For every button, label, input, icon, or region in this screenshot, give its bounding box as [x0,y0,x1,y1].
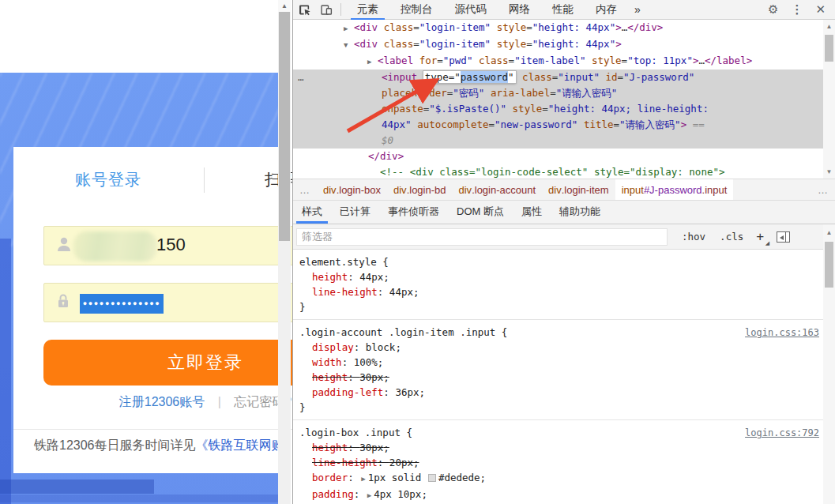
expand-shorthand-icon[interactable]: ▶ [367,491,371,499]
styles-scrollbar[interactable]: ▲ [823,224,835,504]
style-rule-1: login.css:163.login-account .login-item … [293,320,835,420]
toggle-class-button[interactable]: .cls [720,231,743,243]
password-masked-text: ●●●●●●●●●●●●●● [83,300,161,307]
devtools-tab-2[interactable]: 源代码 [444,0,498,20]
css-property-height[interactable]: height: 30px; [299,370,816,385]
toolbar-separator [340,3,341,16]
tab-account-login[interactable]: 账号登录 [75,169,141,190]
login-button[interactable]: 立即登录 [43,340,292,386]
password-field[interactable]: ●●●●●●●●●●●●●● [43,283,292,322]
username-field[interactable]: 150 [43,226,292,265]
styles-filter-bar: :hov .cls +◢ [293,224,835,250]
breadcrumb: …div.login-boxdiv.login-bddiv.login-acco… [293,179,835,201]
rule-selector[interactable]: element.style { [299,254,816,269]
toggle-sidebar-icon[interactable] [777,231,790,243]
page-scrollbar-thumb[interactable] [279,12,290,241]
more-tabs-button[interactable]: » [628,0,647,19]
login-card: 账号登录 扫码登录 150 ●●●●●●●●●●●●●● 立即登录 [13,147,292,473]
password-selection-highlight: ●●●●●●●●●●●●●● [80,294,164,314]
sidebar-tab-0[interactable]: 样式 [293,201,331,224]
elements-scroll-down-icon[interactable]: ▼ [823,167,835,177]
attribute-edit-box[interactable]: type="password" [423,71,516,83]
rule-selector[interactable]: .login-box .input { [299,425,816,440]
tree-row[interactable]: ▼<div class="login-item" style="height: … [293,36,835,53]
tree-row[interactable]: ▶<div class="login-item" style="height: … [293,20,835,36]
breadcrumb-item-1[interactable]: div.login-bd [387,179,453,200]
devtools-panel: 元素控制台源代码网络性能内存 » ⚙ ⋮ ✕ ▶<div class="logi… [292,0,835,504]
sidebar-tab-2[interactable]: 事件侦听器 [379,201,448,224]
device-toolbar-icon[interactable] [315,0,337,19]
elements-scrollbar-thumb[interactable] [825,35,833,62]
twisty-icon[interactable]: ▼ [344,37,354,53]
banner-dark-strip [0,239,11,504]
css-property-line-height[interactable]: line-height: 20px; [299,455,816,470]
rule-selector[interactable]: .login-account .login-item .input { [299,325,816,340]
inspect-element-icon[interactable] [293,0,315,19]
breadcrumb-item-4[interactable]: input#J-password.input [615,179,734,200]
breadcrumb-item-2[interactable]: div.login-account [453,179,543,200]
devtools-tabs: 元素控制台源代码网络性能内存 [346,0,628,20]
tree-row-selected[interactable]: …<input type="password" class="input" id… [293,70,835,149]
devtools-tab-4[interactable]: 性能 [541,0,585,20]
devtools-tab-5[interactable]: 内存 [585,0,628,20]
banner-dark-band-2 [0,495,278,502]
browser-page: 账号登录 扫码登录 150 ●●●●●●●●●●●●●● 立即登录 [0,0,292,504]
sidebar-tab-1[interactable]: 已计算 [331,201,379,224]
styles-filter-input[interactable] [296,228,668,246]
sidebar-tab-5[interactable]: 辅助功能 [551,201,609,224]
username-redacted-blur [73,231,157,261]
settings-gear-icon[interactable]: ⚙ [762,2,784,17]
css-property-height[interactable]: height: 30px; [299,440,816,455]
tree-row[interactable]: </div> [293,149,835,164]
breadcrumb-overflow-left[interactable]: … [293,179,317,200]
tree-row[interactable]: <!-- <div class="login-code-select" styl… [293,164,835,179]
rule-closing-brace: } [299,400,816,415]
screenshot-stage: 账号登录 扫码登录 150 ●●●●●●●●●●●●●● 立即登录 [0,0,835,504]
sidebar-tab-3[interactable]: DOM 断点 [448,201,513,224]
twisty-icon[interactable]: ▶ [344,21,354,36]
new-rule-caret-icon: ◢ [765,240,769,246]
styles-scroll-up-icon[interactable]: ▲ [823,228,835,238]
sidebar-tab-4[interactable]: 属性 [513,201,551,224]
breadcrumb-item-3[interactable]: div.login-item [542,179,615,200]
username-visible-digits: 150 [156,235,186,255]
page-scrollbar[interactable]: ▲ [278,0,291,504]
elements-scroll-up-icon[interactable]: ▲ [823,21,835,32]
service-agreement-link[interactable]: 《铁路互联网购 [196,438,284,452]
expand-shorthand-icon[interactable]: ▶ [361,475,365,483]
tab-divider [204,167,205,193]
color-swatch[interactable] [428,474,436,482]
css-property-width[interactable]: width: 100%; [299,355,816,370]
banner-dark-band [0,480,154,494]
card-divider [13,429,292,430]
css-property-line-height[interactable]: line-height: 44px; [299,284,816,299]
css-property-padding[interactable]: padding: ▶4px 10px; [299,487,816,502]
devtools-tab-1[interactable]: 控制台 [389,0,444,20]
twisty-icon[interactable]: ▶ [367,54,378,70]
devtools-toolbar: 元素控制台源代码网络性能内存 » ⚙ ⋮ ✕ [293,0,835,20]
more-options-icon[interactable]: ⋮ [784,2,809,17]
devtools-tab-0[interactable]: 元素 [346,0,389,20]
elements-scrollbar[interactable]: ▲ ▼ [823,20,835,179]
stylesheet-link[interactable]: login.css:163 [745,325,819,340]
breadcrumb-overflow-right[interactable]: … [811,179,835,200]
css-property-height[interactable]: height: 44px; [299,269,816,284]
toggle-hover-state-button[interactable]: :hov [682,231,705,243]
close-devtools-icon[interactable]: ✕ [809,2,835,17]
devtools-tab-3[interactable]: 网络 [498,0,541,20]
breadcrumb-item-0[interactable]: div.login-box [317,179,387,200]
more-actions-icon[interactable]: … [298,70,305,85]
styles-sidebar-tabs: 样式已计算事件侦听器DOM 断点属性辅助功能 [293,201,835,224]
styles-scrollbar-thumb[interactable] [825,242,833,288]
register-link[interactable]: 注册12306账号 [119,395,205,408]
new-style-rule-button[interactable]: +◢ [756,229,764,245]
css-property-display[interactable]: display: block; [299,340,816,355]
stylesheet-link[interactable]: login.css:792 [745,426,819,441]
css-property-padding-left[interactable]: padding-left: 36px; [299,385,816,400]
style-rules-pane: element.style {height: 44px;line-height:… [293,250,835,502]
scroll-up-button[interactable]: ▲ [278,0,291,12]
lock-icon [55,292,72,313]
css-property-border[interactable]: border: ▶1px solid #dedede; [299,470,816,487]
toolbar-right-controls: ⚙ ⋮ ✕ [762,2,835,17]
tree-row[interactable]: ▶<label for="pwd" class="item-label" sty… [293,53,835,70]
